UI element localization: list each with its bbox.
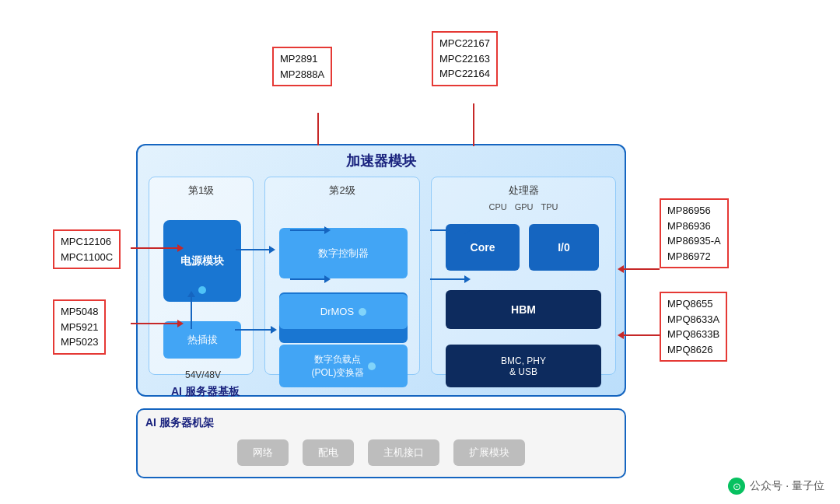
accelerator-module: 加速器模块 第1级 电源模块 热插拔 第2级 数字控制器 Intelli-Pha… <box>136 144 626 397</box>
arrow-hotplug-power <box>191 296 192 329</box>
stage2-label: 第2级 <box>265 177 419 198</box>
pol-converter: 数字负载点 (POL)变换器 <box>279 345 408 387</box>
power-dot <box>198 286 206 294</box>
arrow-drmos-hbm <box>430 278 466 280</box>
processor-section: 处理器 CPU GPU TPU Core I/0 HBM BMC, PHY & … <box>431 177 616 375</box>
label-mpq8655: MPQ8655 MPQ8633A MPQ8633B MPQ8626 <box>660 292 727 362</box>
rack-items: 网络 配电 主机接口 扩展模块 <box>237 439 525 466</box>
digital-controller: 数字控制器 <box>279 228 408 278</box>
accel-title: 加速器模块 <box>346 152 416 170</box>
drmos-module: DrMOS <box>279 294 408 329</box>
hbm-box: HBM <box>446 290 601 329</box>
stage1-section: 第1级 电源模块 热插拔 <box>149 177 254 375</box>
hotplug-module: 热插拔 <box>163 321 241 359</box>
rack-item-network: 网络 <box>237 439 289 466</box>
label-mpc22167: MPC22167 MPC22163 MPC22164 <box>432 31 498 86</box>
gpu-label: GPU <box>515 202 534 212</box>
arrow-dctrl-drmos <box>290 278 326 280</box>
io-box: I/0 <box>529 224 599 271</box>
arrow-mp5048 <box>131 323 179 324</box>
bmc-box: BMC, PHY & USB <box>446 345 601 387</box>
wechat-icon: ⊙ <box>728 478 745 495</box>
arrow-mpc12106 <box>131 247 179 249</box>
arrow-mp2891-v <box>317 113 319 145</box>
arrow-mpq8655 <box>622 334 660 336</box>
processor-label: 处理器 <box>432 177 615 198</box>
drmos-dot <box>359 308 366 316</box>
tpu-label: TPU <box>541 202 558 212</box>
arrow-power-dctrl <box>236 249 271 250</box>
rack-item-power: 配电 <box>303 439 354 466</box>
label-mp86956: MP86956 MP86936 MP86935-A MP86972 <box>660 198 729 268</box>
diagram-container: MPC12106 MPC1100C MP5048 MP5921 MP5023 M… <box>0 0 840 504</box>
stage1-label: 第1级 <box>149 177 253 198</box>
rack-item-expansion: 扩展模块 <box>453 439 525 466</box>
arrow-mpc22167-v <box>473 103 474 146</box>
rack-section: AI 服务器机架 网络 配电 主机接口 扩展模块 <box>136 408 626 478</box>
cpu-label: CPU <box>488 202 506 212</box>
arrow-dctrl-intelli <box>290 229 326 231</box>
baseboard-label: AI 服务器基板 <box>171 385 240 399</box>
voltage-label: 54V/48V <box>185 369 221 380</box>
core-box: Core <box>446 224 520 271</box>
power-module: 电源模块 <box>163 220 241 302</box>
arrow-hotplug-pol <box>235 329 272 331</box>
stage2-section: 第2级 数字控制器 Intelli-Phase™ 模块 DrMOS 数字负载点 … <box>264 177 420 375</box>
rack-item-host: 主机接口 <box>368 439 439 466</box>
arrow-intelli-core <box>430 229 466 231</box>
label-mp5048: MP5048 MP5921 MP5023 <box>53 299 106 355</box>
pol-dot <box>368 362 376 370</box>
watermark: ⊙ 公众号 · 量子位 <box>728 478 824 495</box>
label-mpc12106: MPC12106 MPC1100C <box>53 229 121 269</box>
label-mp2891: MP2891 MP2888A <box>272 47 332 86</box>
watermark-text: 公众号 · 量子位 <box>750 479 824 493</box>
rack-title: AI 服务器机架 <box>145 416 214 430</box>
arrow-mp86956 <box>622 268 660 270</box>
